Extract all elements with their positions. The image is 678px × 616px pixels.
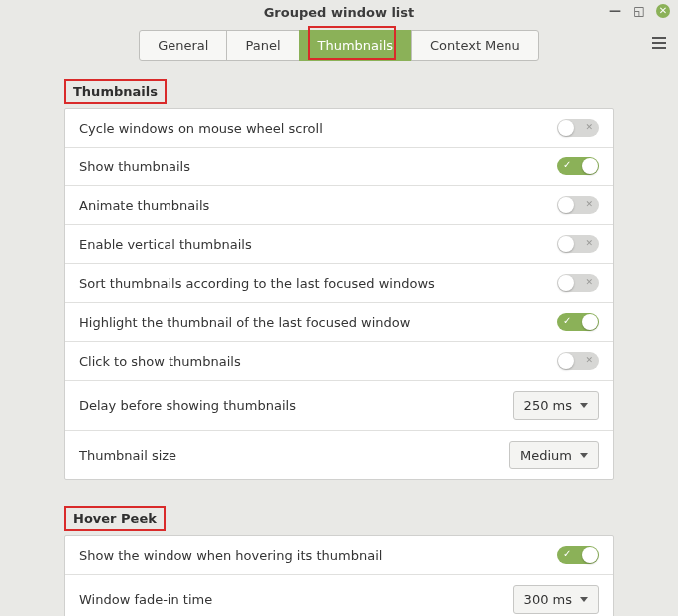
label-sort-thumbnails: Sort thumbnails according to the last fo… bbox=[79, 276, 435, 291]
label-show-thumbnails: Show thumbnails bbox=[79, 159, 190, 174]
window-title: Grouped window list bbox=[264, 5, 415, 20]
label-fade-in: Window fade-in time bbox=[79, 592, 212, 607]
tab-thumbnails[interactable]: Thumbnails bbox=[299, 30, 413, 61]
row-show-hover: Show the window when hovering its thumbn… bbox=[65, 536, 613, 574]
window-controls: — ◱ ✕ bbox=[608, 4, 670, 18]
maximize-button[interactable]: ◱ bbox=[632, 4, 646, 18]
row-highlight-thumbnail: Highlight the thumbnail of the last focu… bbox=[65, 302, 613, 341]
dropdown-size-value: Medium bbox=[520, 448, 572, 462]
section-thumbnails: Thumbnails Cycle windows on mouse wheel … bbox=[64, 79, 614, 480]
row-vertical-thumbnails: Enable vertical thumbnails bbox=[65, 224, 613, 263]
label-delay: Delay before showing thumbnails bbox=[79, 398, 296, 413]
hoverpeek-panel: Show the window when hovering its thumbn… bbox=[64, 535, 614, 616]
toggle-click-thumbnails[interactable] bbox=[557, 352, 599, 370]
row-click-thumbnails: Click to show thumbnails bbox=[65, 341, 613, 380]
row-animate-thumbnails: Animate thumbnails bbox=[65, 185, 613, 224]
row-size: Thumbnail size Medium bbox=[65, 430, 613, 479]
row-sort-thumbnails: Sort thumbnails according to the last fo… bbox=[65, 263, 613, 302]
settings-window: Grouped window list — ◱ ✕ General Panel … bbox=[0, 0, 678, 616]
toggle-cycle-windows[interactable] bbox=[557, 119, 599, 137]
row-cycle-windows: Cycle windows on mouse wheel scroll bbox=[65, 109, 613, 147]
chevron-down-icon bbox=[580, 453, 588, 458]
section-title-hoverpeek: Hover Peek bbox=[69, 509, 161, 528]
section-title-thumbnails: Thumbnails bbox=[69, 82, 162, 101]
toggle-animate-thumbnails[interactable] bbox=[557, 196, 599, 214]
chevron-down-icon bbox=[580, 597, 588, 602]
toggle-sort-thumbnails[interactable] bbox=[557, 274, 599, 292]
dropdown-fade-in-value: 300 ms bbox=[524, 592, 572, 607]
minimize-button[interactable]: — bbox=[608, 4, 622, 18]
row-fade-in: Window fade-in time 300 ms bbox=[65, 574, 613, 616]
label-highlight-thumbnail: Highlight the thumbnail of the last focu… bbox=[79, 315, 410, 330]
content-area: Thumbnails Cycle windows on mouse wheel … bbox=[0, 61, 678, 616]
thumbnails-panel: Cycle windows on mouse wheel scroll Show… bbox=[64, 108, 614, 480]
toggle-show-thumbnails[interactable] bbox=[557, 157, 599, 175]
tab-panel[interactable]: Panel bbox=[226, 30, 299, 61]
label-vertical-thumbnails: Enable vertical thumbnails bbox=[79, 237, 252, 252]
section-hoverpeek: Hover Peek Show the window when hovering… bbox=[64, 506, 614, 616]
toggle-show-hover[interactable] bbox=[557, 546, 599, 564]
close-button[interactable]: ✕ bbox=[656, 4, 670, 18]
tab-general[interactable]: General bbox=[139, 30, 227, 61]
row-delay: Delay before showing thumbnails 250 ms bbox=[65, 380, 613, 430]
highlight-thumbnails-title: Thumbnails bbox=[64, 79, 167, 104]
dropdown-size[interactable]: Medium bbox=[509, 441, 599, 469]
row-show-thumbnails: Show thumbnails bbox=[65, 147, 613, 185]
label-cycle-windows: Cycle windows on mouse wheel scroll bbox=[79, 121, 323, 136]
dropdown-delay[interactable]: 250 ms bbox=[513, 391, 599, 420]
tab-context-menu[interactable]: Context Menu bbox=[411, 30, 539, 61]
titlebar: Grouped window list — ◱ ✕ bbox=[0, 0, 678, 24]
label-size: Thumbnail size bbox=[79, 448, 176, 462]
chevron-down-icon bbox=[580, 403, 588, 408]
toggle-vertical-thumbnails[interactable] bbox=[557, 235, 599, 253]
label-show-hover: Show the window when hovering its thumbn… bbox=[79, 548, 382, 563]
dropdown-delay-value: 250 ms bbox=[524, 398, 572, 413]
highlight-hoverpeek-title: Hover Peek bbox=[64, 506, 166, 531]
dropdown-fade-in[interactable]: 300 ms bbox=[513, 585, 599, 614]
menu-button[interactable] bbox=[652, 34, 666, 52]
label-animate-thumbnails: Animate thumbnails bbox=[79, 198, 209, 213]
tab-bar: General Panel Thumbnails Context Menu bbox=[0, 30, 678, 61]
toggle-highlight-thumbnail[interactable] bbox=[557, 313, 599, 331]
label-click-thumbnails: Click to show thumbnails bbox=[79, 354, 241, 369]
